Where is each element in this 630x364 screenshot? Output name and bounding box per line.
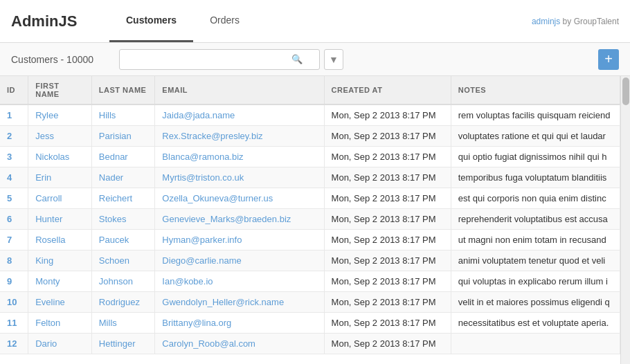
first-name-link[interactable]: Carroll xyxy=(35,193,62,203)
table-row[interactable]: 3 Nickolas Bednar Blanca@ramona.biz Mon,… xyxy=(0,147,620,167)
cell-id: 6 xyxy=(0,209,28,230)
email-link[interactable]: Gwendolyn_Heller@rick.name xyxy=(162,297,284,307)
cell-email: Gwendolyn_Heller@rick.name xyxy=(155,292,324,313)
id-link[interactable]: 7 xyxy=(7,235,12,245)
col-email: EMAIL xyxy=(155,76,324,104)
first-name-link[interactable]: Eveline xyxy=(35,297,65,307)
cell-notes: qui voluptas in explicabo rerum illum i xyxy=(451,271,620,292)
table-row[interactable]: 10 Eveline Rodriguez Gwendolyn_Heller@ri… xyxy=(0,292,620,313)
first-name-link[interactable]: Erin xyxy=(35,172,51,183)
search-box: 🔍 xyxy=(119,49,320,70)
email-link[interactable]: Diego@carlie.name xyxy=(162,255,241,266)
id-link[interactable]: 8 xyxy=(7,255,12,266)
cell-created-at: Mon, Sep 2 2013 8:17 PM xyxy=(324,126,451,147)
vertical-scrollbar[interactable] xyxy=(620,76,630,364)
last-name-link[interactable]: Hettinger xyxy=(99,338,136,349)
table-row[interactable]: 11 Felton Mills Brittany@lina.org Mon, S… xyxy=(0,313,620,334)
id-link[interactable]: 3 xyxy=(7,152,12,162)
id-link[interactable]: 6 xyxy=(7,214,12,224)
cell-email: Diego@carlie.name xyxy=(155,251,324,271)
email-link[interactable]: Carolyn_Roob@al.com xyxy=(162,338,255,349)
table-row[interactable]: 12 Dario Hettinger Carolyn_Roob@al.com M… xyxy=(0,334,620,354)
first-name-link[interactable]: King xyxy=(35,255,53,266)
first-name-link[interactable]: Felton xyxy=(35,318,60,328)
email-link[interactable]: Blanca@ramona.biz xyxy=(162,152,243,162)
cell-notes: animi voluptatem tenetur quod et veli xyxy=(451,251,620,271)
table-scroll[interactable]: ID FIRST NAME LAST NAME EMAIL CREATED AT… xyxy=(0,76,620,364)
last-name-link[interactable]: Johnson xyxy=(99,276,133,286)
first-name-link[interactable]: Nickolas xyxy=(35,152,69,162)
last-name-link[interactable]: Mills xyxy=(99,318,117,328)
email-link[interactable]: Hyman@parker.info xyxy=(162,235,242,245)
cell-id: 5 xyxy=(0,188,28,209)
cell-notes: rem voluptas facilis quisquam reiciend xyxy=(451,104,620,126)
last-name-link[interactable]: Reichert xyxy=(99,193,132,203)
first-name-link[interactable]: Monty xyxy=(35,276,60,286)
id-link[interactable]: 10 xyxy=(7,297,17,307)
last-name-link[interactable]: Rodriguez xyxy=(99,297,140,307)
cell-first-name: Nickolas xyxy=(28,147,92,167)
table-row[interactable]: 9 Monty Johnson Ian@kobe.io Mon, Sep 2 2… xyxy=(0,271,620,292)
cell-created-at: Mon, Sep 2 2013 8:17 PM xyxy=(324,147,451,167)
table-row[interactable]: 1 Rylee Hills Jaida@jada.name Mon, Sep 2… xyxy=(0,104,620,126)
brand-link[interactable]: adminjs xyxy=(532,17,560,26)
cell-last-name: Mills xyxy=(91,313,155,334)
first-name-link[interactable]: Rosella xyxy=(35,235,65,245)
last-name-link[interactable]: Schoen xyxy=(99,255,129,266)
cell-last-name: Stokes xyxy=(91,209,155,230)
last-name-link[interactable]: Parisian xyxy=(99,131,132,141)
cell-notes: reprehenderit voluptatibus est accusa xyxy=(451,209,620,230)
col-last-name: LAST NAME xyxy=(91,76,155,104)
first-name-link[interactable]: Hunter xyxy=(35,214,62,224)
table-row[interactable]: 7 Rosella Paucek Hyman@parker.info Mon, … xyxy=(0,230,620,251)
last-name-link[interactable]: Hills xyxy=(99,110,116,120)
last-name-link[interactable]: Bednar xyxy=(99,152,128,162)
tab-customers[interactable]: Customers xyxy=(109,0,193,42)
cell-id: 10 xyxy=(0,292,28,313)
id-link[interactable]: 9 xyxy=(7,276,12,286)
search-input[interactable] xyxy=(120,54,286,64)
email-link[interactable]: Jaida@jada.name xyxy=(162,110,235,120)
email-link[interactable]: Myrtis@triston.co.uk xyxy=(162,172,244,183)
email-link[interactable]: Brittany@lina.org xyxy=(162,318,231,328)
id-link[interactable]: 5 xyxy=(7,193,12,203)
table-row[interactable]: 8 King Schoen Diego@carlie.name Mon, Sep… xyxy=(0,251,620,271)
last-name-link[interactable]: Paucek xyxy=(99,235,129,245)
email-link[interactable]: Rex.Stracke@presley.biz xyxy=(162,131,262,141)
cell-created-at: Mon, Sep 2 2013 8:17 PM xyxy=(324,104,451,126)
email-link[interactable]: Ozella_Okuneva@turner.us xyxy=(162,193,273,203)
col-notes: NOTES xyxy=(451,76,620,104)
table-body: 1 Rylee Hills Jaida@jada.name Mon, Sep 2… xyxy=(0,104,620,354)
cell-last-name: Paucek xyxy=(91,230,155,251)
first-name-link[interactable]: Rylee xyxy=(35,110,58,120)
cell-notes: voluptates ratione et qui qui et laudar xyxy=(451,126,620,147)
cell-notes: velit in et maiores possimus eligendi q xyxy=(451,292,620,313)
tab-orders[interactable]: Orders xyxy=(193,0,256,42)
cell-created-at: Mon, Sep 2 2013 8:17 PM xyxy=(324,334,451,354)
brand-by: by xyxy=(560,17,573,26)
cell-email: Ian@kobe.io xyxy=(155,271,324,292)
id-link[interactable]: 4 xyxy=(7,172,12,183)
id-link[interactable]: 12 xyxy=(7,338,17,349)
table-row[interactable]: 2 Jess Parisian Rex.Stracke@presley.biz … xyxy=(0,126,620,147)
table-row[interactable]: 4 Erin Nader Myrtis@triston.co.uk Mon, S… xyxy=(0,167,620,188)
first-name-link[interactable]: Dario xyxy=(35,338,57,349)
email-link[interactable]: Ian@kobe.io xyxy=(162,276,213,286)
search-icon[interactable]: 🔍 xyxy=(286,54,308,64)
cell-created-at: Mon, Sep 2 2013 8:17 PM xyxy=(324,230,451,251)
email-link[interactable]: Genevieve_Marks@braeden.biz xyxy=(162,214,291,224)
id-link[interactable]: 11 xyxy=(7,318,17,328)
id-link[interactable]: 1 xyxy=(7,110,12,120)
tab-bar: Customers Orders xyxy=(109,0,256,42)
id-link[interactable]: 2 xyxy=(7,131,12,141)
cell-first-name: Carroll xyxy=(28,188,92,209)
filter-button[interactable]: ▼ xyxy=(324,49,343,70)
add-record-button[interactable]: + xyxy=(598,49,619,70)
last-name-link[interactable]: Nader xyxy=(99,172,123,183)
first-name-link[interactable]: Jess xyxy=(35,131,54,141)
table-row[interactable]: 5 Carroll Reichert Ozella_Okuneva@turner… xyxy=(0,188,620,209)
cell-created-at: Mon, Sep 2 2013 8:17 PM xyxy=(324,209,451,230)
table-row[interactable]: 6 Hunter Stokes Genevieve_Marks@braeden.… xyxy=(0,209,620,230)
last-name-link[interactable]: Stokes xyxy=(99,214,127,224)
scrollbar-thumb[interactable] xyxy=(622,78,629,105)
